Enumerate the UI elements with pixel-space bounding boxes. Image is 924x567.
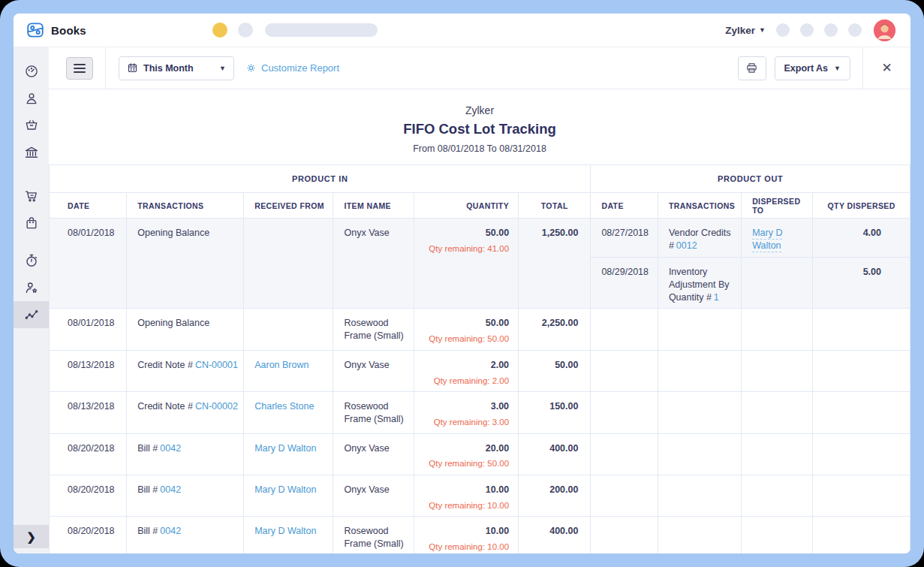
col-out-qty-dispersed: QTY DISPERSED [813, 193, 910, 219]
export-as-label: Export As [784, 63, 829, 74]
transaction-link[interactable]: 0042 [160, 526, 181, 536]
table-row: 08/13/2018 Credit Note #CN-00001 Aaron B… [50, 350, 910, 391]
in-item-name: Rosewood Frame (Small) [333, 309, 414, 350]
out-date [591, 517, 658, 553]
sidebar-item-sales[interactable] [14, 182, 49, 210]
sidebar-item-purchases[interactable] [14, 210, 49, 237]
calendar-icon [127, 62, 138, 74]
transaction-link[interactable]: CN-00001 [195, 360, 238, 370]
in-total: 50.00 [519, 350, 591, 391]
close-icon: ✕ [881, 61, 892, 75]
user-avatar[interactable] [874, 20, 895, 41]
sidebar-item-contacts[interactable] [14, 85, 49, 112]
sidebar-item-dashboard[interactable] [14, 58, 49, 85]
out-transaction: Vendor Credits #0012 [658, 219, 741, 258]
in-received-from [244, 219, 333, 309]
topbar-gray-dot [238, 23, 253, 38]
qty-remaining: Qty remaining: 50.00 [417, 458, 509, 470]
in-quantity: 50.00Qty remaining: 50.00 [414, 309, 519, 350]
out-dispersed-to [742, 350, 813, 391]
search-placeholder [265, 23, 378, 37]
app-window: Books Zylker ▼ [14, 14, 910, 553]
print-button[interactable] [738, 56, 766, 80]
fifo-table: PRODUCT IN PRODUCT OUT DATE TRANSACTIONS… [49, 164, 910, 553]
customize-report-link[interactable]: Customize Report [245, 62, 339, 74]
sidebar-item-banking[interactable] [14, 139, 49, 166]
out-transaction [658, 433, 741, 475]
in-received-from: Mary D Walton [244, 475, 333, 516]
topbar-icon-button-3[interactable] [824, 23, 838, 37]
toolbar-divider [105, 47, 106, 89]
topbar-icon-button-2[interactable] [800, 23, 814, 37]
in-quantity: 10.00Qty remaining: 10.00 [414, 475, 519, 516]
date-range-dropdown[interactable]: This Month ▼ [119, 56, 234, 80]
sidebar-item-items[interactable] [14, 112, 49, 139]
transaction-link[interactable]: 0012 [676, 240, 697, 251]
report-toolbar: This Month ▼ Customize Report [49, 47, 910, 89]
table-row: 08/20/2018 Bill #0042 Mary D Walton Onyx… [50, 475, 910, 516]
in-item-name: Rosewood Frame (Small) [333, 392, 414, 433]
in-date: 08/20/2018 [50, 517, 127, 553]
in-date: 08/01/2018 [50, 309, 127, 350]
transaction-link[interactable]: 0042 [160, 484, 181, 495]
transaction-link[interactable]: CN-00002 [195, 401, 238, 412]
out-dispersed-to [742, 257, 813, 309]
contact-link[interactable]: Mary D Walton [254, 484, 316, 495]
reports-chart-icon [24, 307, 39, 322]
col-in-date: DATE [50, 193, 127, 219]
in-total: 400.00 [519, 433, 591, 475]
brand: Books [26, 20, 86, 40]
out-dispersed-to [742, 475, 813, 516]
contact-link[interactable]: Mary D Walton [254, 443, 316, 454]
in-transaction: Bill #0042 [127, 433, 244, 475]
chevron-right-icon: ❯ [26, 530, 36, 544]
chevron-down-icon: ▼ [834, 65, 841, 72]
in-total: 400.00 [519, 517, 591, 553]
sidebar-expand-button[interactable]: ❯ [14, 525, 49, 548]
out-qty-dispersed [813, 475, 910, 516]
out-qty-dispersed: 4.00 [813, 219, 910, 258]
out-transaction: Inventory Adjustment By Quantity #1 [658, 257, 741, 309]
topbar-icon-button-1[interactable] [776, 23, 790, 37]
in-quantity: 50.00Qty remaining: 41.00 [414, 219, 519, 309]
sidebar-item-accountant[interactable] [14, 274, 49, 301]
out-date [591, 433, 658, 475]
contact-link[interactable]: Aaron Brown [254, 360, 309, 370]
sidebar: ❯ [14, 47, 49, 553]
sidebar-item-reports[interactable] [14, 301, 49, 328]
in-date: 08/13/2018 [50, 350, 127, 391]
topbar-yellow-dot [212, 23, 227, 38]
col-out-transactions: TRANSACTIONS [658, 193, 741, 219]
transaction-link[interactable]: 0042 [160, 443, 181, 454]
in-received-from: Charles Stone [244, 392, 333, 433]
date-range-value: This Month [143, 63, 194, 74]
org-dropdown[interactable]: Zylker ▼ [725, 25, 766, 36]
sidebar-item-time-tracking[interactable] [14, 247, 49, 274]
transaction-link[interactable]: 1 [714, 292, 719, 303]
report-header: Zylker FIFO Cost Lot Tracking From 08/01… [49, 89, 910, 154]
in-transaction: Credit Note #CN-00002 [127, 392, 244, 433]
export-as-button[interactable]: Export As ▼ [775, 56, 851, 80]
contact-link[interactable]: Mary D Walton [254, 526, 316, 536]
col-in-received-from: RECEIVED FROM [244, 193, 333, 219]
in-transaction: Credit Note #CN-00001 [127, 350, 244, 391]
in-total: 1,250.00 [519, 219, 591, 309]
in-total: 200.00 [519, 475, 591, 516]
org-name: Zylker [725, 25, 755, 36]
out-transaction [658, 517, 741, 553]
main: ❯ This Month ▼ [14, 47, 910, 553]
hamburger-icon [74, 64, 86, 65]
col-in-item-name: ITEM NAME [333, 193, 414, 219]
contact-link[interactable]: Charles Stone [254, 401, 314, 412]
printer-icon [745, 62, 758, 74]
in-transaction: Opening Balance [127, 219, 244, 309]
close-report-button[interactable]: ✕ [863, 60, 910, 76]
contact-link[interactable]: Mary D Walton [752, 228, 782, 252]
qty-remaining: Qty remaining: 10.00 [417, 541, 509, 553]
customize-report-label: Customize Report [261, 62, 339, 74]
qty-remaining: Qty remaining: 2.00 [417, 375, 509, 388]
topbar-icon-button-4[interactable] [848, 23, 862, 37]
out-qty-dispersed [813, 309, 910, 350]
reports-list-toggle-button[interactable] [66, 57, 93, 80]
avatar-image [874, 20, 895, 41]
